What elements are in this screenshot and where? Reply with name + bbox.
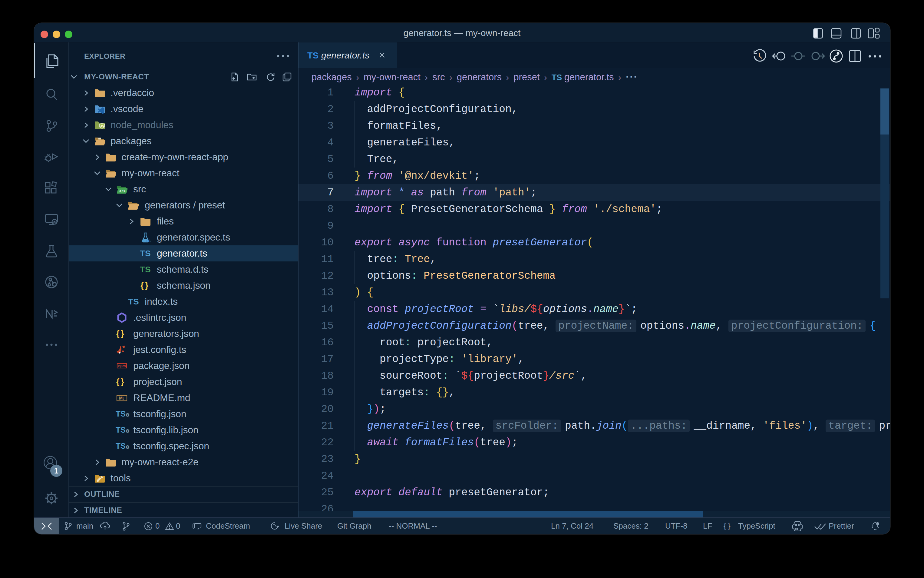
svg-text:JS: JS	[100, 124, 104, 128]
svg-text:npm: npm	[118, 364, 126, 368]
svg-text:M↓: M↓	[119, 396, 125, 401]
svg-text:</>: </>	[119, 189, 125, 193]
svg-text:TS: TS	[146, 239, 151, 243]
